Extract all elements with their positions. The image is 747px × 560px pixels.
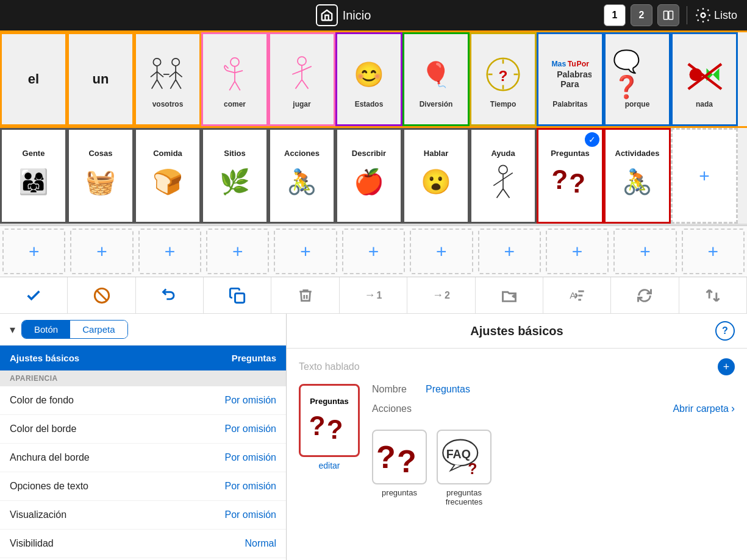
svg-rect-54	[235, 293, 245, 302]
move1-label: 1	[377, 290, 382, 301]
setting-row-fondo: Color de fondo Por omisión	[0, 386, 286, 415]
toolbar-refresh-btn[interactable]	[611, 277, 679, 313]
home-icon[interactable]	[316, 4, 338, 26]
svg-line-28	[302, 80, 309, 89]
setting-visual-value[interactable]: Por omisión	[225, 509, 276, 520]
settings-btn[interactable]: Listo	[695, 7, 737, 24]
comer-img	[210, 50, 259, 99]
add-cell-8[interactable]: +	[478, 229, 541, 274]
svg-text:?: ?	[499, 68, 508, 84]
abrir-carpeta-btn[interactable]: Abrir carpeta ›	[673, 402, 735, 415]
vosotros-img	[143, 50, 192, 99]
add-cell-3[interactable]: +	[138, 229, 201, 274]
help-btn[interactable]: ?	[715, 321, 735, 341]
cell-palabritas[interactable]: Mas Tu Por Palabras Para Palabritas	[537, 32, 604, 126]
symbol-item-preguntas[interactable]: ? ? preguntas	[372, 430, 427, 506]
move1-arrow: →	[365, 289, 376, 302]
right-title: Ajustes básicos	[470, 324, 563, 338]
separator	[687, 6, 687, 24]
add-spoken-btn[interactable]: +	[718, 358, 735, 375]
right-header: Ajustes básicos ?	[287, 314, 747, 349]
gente-img: 👨‍👩‍👧	[12, 160, 55, 203]
porque-img: 🗨️❓	[613, 50, 662, 99]
add-cell-7[interactable]: +	[410, 229, 473, 274]
tiempo-label: Tiempo	[490, 100, 516, 108]
add-icon-8: +	[504, 241, 515, 262]
page-1-btn[interactable]: 1	[604, 4, 626, 26]
add-cell-5[interactable]: +	[274, 229, 337, 274]
toolbar-delete-btn[interactable]	[271, 277, 339, 313]
toolbar-check-btn[interactable]	[0, 277, 68, 313]
cell-vosotros[interactable]: vosotros	[134, 32, 201, 126]
edit-link[interactable]: editar	[318, 461, 340, 470]
cell2-comida[interactable]: Comida 🍞	[134, 128, 201, 224]
setting-visib-value[interactable]: Normal	[245, 538, 276, 549]
toolbar-swap-btn[interactable]	[679, 277, 747, 313]
cell-diversion[interactable]: 🎈 Diversión	[402, 32, 470, 126]
cell2-add[interactable]: +	[671, 128, 738, 224]
toolbar-move2-btn[interactable]: →2	[407, 277, 475, 313]
left-nav-preguntas[interactable]: Preguntas	[143, 346, 287, 370]
top-bar-right: 1 2 Listo	[604, 4, 737, 26]
cell2-acciones[interactable]: Acciones 🚴	[268, 128, 335, 224]
page-layout-btn[interactable]	[657, 4, 679, 26]
cell2-sitios[interactable]: Sitios 🌿	[201, 128, 268, 224]
toolbar-move1-btn[interactable]: →1	[340, 277, 407, 313]
add-icon-1: +	[29, 241, 40, 262]
setting-borde-value[interactable]: Por omisión	[225, 424, 276, 434]
setting-row-borde: Color del borde Por omisión	[0, 415, 286, 444]
add-cell-1[interactable]: +	[2, 229, 65, 274]
toolbar-cancel-btn[interactable]	[68, 277, 135, 313]
symbol-item-faq[interactable]: FAQ ? preguntas frecuentes	[437, 430, 491, 506]
page-2-btn[interactable]: 2	[631, 4, 652, 26]
setting-texto-value[interactable]: Por omisión	[225, 481, 276, 492]
add-cell-2[interactable]: +	[70, 229, 133, 274]
chevron-down-icon[interactable]: ▾	[10, 323, 15, 336]
toolbar-undo-btn[interactable]	[136, 277, 204, 313]
cell-comer[interactable]: comer	[201, 32, 268, 126]
acciones-label: Acciones	[284, 149, 320, 158]
toolbar-sort-btn[interactable]: A	[543, 277, 611, 313]
cell2-gente[interactable]: Gente 👨‍👩‍👧	[0, 128, 67, 224]
cell-estados[interactable]: 😊 Estados	[335, 32, 402, 126]
tab-boton[interactable]: Botón	[22, 321, 70, 338]
add-cell-4[interactable]: +	[206, 229, 269, 274]
add-cell-10[interactable]: +	[613, 229, 676, 274]
setting-anchura-value[interactable]: Por omisión	[225, 452, 276, 463]
cell-porque[interactable]: 🗨️❓ porque	[604, 32, 671, 126]
acciones-key: Acciones	[372, 403, 412, 414]
row2-grid: Gente 👨‍👩‍👧 Cosas 🧺 Comida 🍞 Sitios 🌿 Ac…	[0, 128, 747, 225]
cell-jugar[interactable]: jugar	[268, 32, 335, 126]
cosas-img: 🧺	[79, 160, 122, 203]
cell-nada[interactable]: nada	[671, 32, 738, 126]
add-cell-11[interactable]: +	[682, 229, 745, 274]
tab-carpeta[interactable]: Carpeta	[70, 321, 127, 338]
ayuda-img	[482, 160, 524, 203]
toolbar-copy-btn[interactable]	[204, 277, 271, 313]
left-nav-ajustes[interactable]: Ajustes básicos	[0, 346, 143, 370]
name-value[interactable]: Preguntas	[426, 384, 470, 395]
cell-el[interactable]: el	[0, 32, 67, 126]
cell2-hablar[interactable]: Hablar 😮	[402, 128, 470, 224]
row3-grid: + + + + + + + + + + +	[0, 225, 747, 277]
cell-tiempo[interactable]: ? Tiempo	[470, 32, 537, 126]
cell2-actividades[interactable]: Actividades 🚴	[604, 128, 671, 224]
add-icon-9: +	[572, 241, 583, 262]
setting-fondo-value[interactable]: Por omisión	[225, 395, 276, 406]
cell2-describir[interactable]: Describir 🍎	[335, 128, 402, 224]
left-panel: ▾ Botón Carpeta Ajustes básicos Pregunta…	[0, 314, 287, 560]
add-cell-6[interactable]: +	[342, 229, 405, 274]
cell2-cosas[interactable]: Cosas 🧺	[67, 128, 134, 224]
cell2-ayuda[interactable]: Ayuda	[470, 128, 537, 224]
cell-un[interactable]: un	[67, 32, 134, 126]
symbol-label-faq: preguntas frecuentes	[446, 488, 483, 506]
svg-line-25	[292, 71, 302, 74]
toolbar-movefolder-btn[interactable]	[476, 277, 543, 313]
actividades-img: 🚴	[616, 160, 659, 203]
cell2-preguntas[interactable]: Preguntas ? ? ✓	[537, 128, 604, 224]
acciones-img: 🚴	[281, 160, 323, 203]
svg-text:Tu: Tu	[568, 60, 576, 68]
add-cell-9[interactable]: +	[546, 229, 609, 274]
svg-line-12	[176, 72, 182, 77]
actividades-label: Actividades	[615, 149, 660, 158]
